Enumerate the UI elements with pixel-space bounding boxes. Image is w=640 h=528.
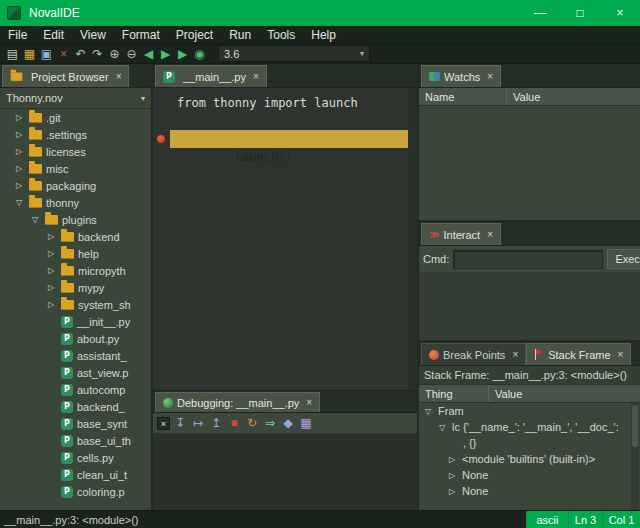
- expand-icon[interactable]: [16, 164, 29, 173]
- zoom-out-icon[interactable]: ⊖: [123, 47, 140, 61]
- tree-item[interactable]: about.py: [0, 330, 151, 347]
- tab-project-browser[interactable]: Project Browser ×: [2, 65, 129, 87]
- code-line-current[interactable]: launch(): [170, 130, 417, 148]
- expand-icon[interactable]: [48, 232, 61, 241]
- save-icon[interactable]: ▣: [38, 47, 55, 61]
- execute-button[interactable]: Execute: [607, 249, 640, 269]
- menu-view[interactable]: View: [72, 28, 114, 42]
- debug-icon[interactable]: ◉: [191, 47, 208, 61]
- open-file-icon[interactable]: ▦: [21, 47, 38, 61]
- code-line[interactable]: [153, 112, 417, 130]
- tree-item[interactable]: help: [0, 245, 151, 262]
- debug-console[interactable]: [153, 434, 417, 511]
- tree-item[interactable]: packaging: [0, 177, 151, 194]
- tree-item[interactable]: system_sh: [0, 296, 151, 313]
- close-icon[interactable]: ×: [253, 71, 259, 82]
- minimize-button[interactable]: —: [520, 0, 560, 26]
- close-icon[interactable]: ×: [306, 397, 312, 408]
- project-root-selector[interactable]: Thonny.nov: [0, 88, 151, 109]
- tree-item[interactable]: assistant_: [0, 347, 151, 364]
- breakpoints-list-icon[interactable]: ◆: [280, 416, 296, 430]
- menu-help[interactable]: Help: [303, 28, 344, 42]
- close-button[interactable]: ×: [600, 0, 640, 26]
- stack-row[interactable]: None: [419, 467, 640, 483]
- stack-row[interactable]: None: [419, 483, 640, 499]
- tree-item[interactable]: misc: [0, 160, 151, 177]
- tree-item[interactable]: thonny: [0, 194, 151, 211]
- stack-row[interactable]: lc {'__name_': '__main_', '__doc_':: [419, 419, 640, 435]
- tree-item[interactable]: .git: [0, 109, 151, 126]
- close-icon[interactable]: ×: [116, 71, 122, 82]
- nav-back-icon[interactable]: ◀: [140, 47, 157, 61]
- restart-icon[interactable]: ↻: [244, 416, 260, 430]
- maximize-button[interactable]: □: [560, 0, 600, 26]
- expand-icon[interactable]: [16, 113, 29, 122]
- undo-icon[interactable]: ↶: [72, 47, 89, 61]
- expand-icon[interactable]: [48, 266, 61, 275]
- tab-watchs[interactable]: Watchs ×: [421, 65, 501, 87]
- interact-output[interactable]: [419, 272, 640, 340]
- expand-icon[interactable]: [449, 487, 462, 496]
- step-over-icon[interactable]: ↦: [190, 416, 206, 430]
- column-name[interactable]: Name: [419, 88, 507, 105]
- tab-interact[interactable]: Interact ×: [421, 223, 501, 245]
- expand-icon[interactable]: [16, 130, 29, 139]
- tree-item[interactable]: licenses: [0, 143, 151, 160]
- menu-tools[interactable]: Tools: [259, 28, 303, 42]
- tree-item[interactable]: micropyth: [0, 262, 151, 279]
- menu-edit[interactable]: Edit: [35, 28, 72, 42]
- menu-format[interactable]: Format: [114, 28, 168, 42]
- breakpoint-icon[interactable]: [156, 134, 166, 144]
- code-editor[interactable]: from thonny import launch launch(): [153, 88, 417, 390]
- collapse-icon[interactable]: [439, 423, 452, 432]
- tree-item[interactable]: backend_: [0, 398, 151, 415]
- column-value[interactable]: Value: [507, 91, 540, 103]
- stack-row[interactable]: <module 'builtins' (built-in)>: [419, 451, 640, 467]
- tree-item[interactable]: base_synt: [0, 415, 151, 432]
- expand-icon[interactable]: [48, 283, 61, 292]
- close-icon[interactable]: ×: [487, 229, 493, 240]
- expand-icon[interactable]: [449, 455, 462, 464]
- step-out-icon[interactable]: ↥: [208, 416, 224, 430]
- tab-debugging[interactable]: Debugging: __main__.py ×: [155, 392, 320, 412]
- tree-item[interactable]: cells.py: [0, 449, 151, 466]
- redo-icon[interactable]: ↷: [89, 47, 106, 61]
- watchs-list[interactable]: [419, 106, 640, 220]
- tree-item[interactable]: backend: [0, 228, 151, 245]
- stack-row[interactable]: , {}: [419, 435, 640, 451]
- close-icon[interactable]: ×: [618, 349, 624, 360]
- tree-item[interactable]: clean_ui_t: [0, 466, 151, 483]
- scrollbar-thumb[interactable]: [632, 405, 638, 447]
- editor-scrollbar[interactable]: [408, 88, 417, 390]
- close-icon[interactable]: ×: [487, 71, 493, 82]
- expand-icon[interactable]: [449, 471, 462, 480]
- tree-item[interactable]: plugins: [0, 211, 151, 228]
- tree-item[interactable]: ast_view.p: [0, 364, 151, 381]
- cmd-input[interactable]: [453, 250, 603, 269]
- close-file-icon[interactable]: ×: [55, 47, 72, 61]
- tree-item[interactable]: coloring.p: [0, 483, 151, 500]
- zoom-in-icon[interactable]: ⊕: [106, 47, 123, 61]
- tree-item[interactable]: base_ui_th: [0, 432, 151, 449]
- tab-main-py[interactable]: __main__.py ×: [155, 65, 267, 87]
- column-thing[interactable]: Thing: [419, 385, 489, 402]
- interpreter-select[interactable]: 3.6: [218, 45, 370, 62]
- code-line[interactable]: from thonny import launch: [153, 94, 417, 112]
- step-into-icon[interactable]: ↧: [172, 416, 188, 430]
- tree-item[interactable]: mypy: [0, 279, 151, 296]
- column-value[interactable]: Value: [489, 388, 522, 400]
- stack-scrollbar[interactable]: [631, 403, 639, 510]
- menu-run[interactable]: Run: [221, 28, 259, 42]
- collapse-icon[interactable]: [425, 407, 438, 416]
- tree-item[interactable]: autocomp: [0, 381, 151, 398]
- close-console-icon[interactable]: ×: [157, 417, 170, 430]
- expand-icon[interactable]: [48, 300, 61, 309]
- collapse-icon[interactable]: [16, 198, 29, 207]
- tab-break-points[interactable]: Break Points ×: [421, 343, 526, 365]
- nav-forward-icon[interactable]: ▶: [157, 47, 174, 61]
- menu-file[interactable]: File: [0, 28, 35, 42]
- stack-row[interactable]: Fram: [419, 403, 640, 419]
- continue-icon[interactable]: ⇒: [262, 416, 278, 430]
- memory-view-icon[interactable]: ▦: [298, 416, 314, 430]
- run-icon[interactable]: ▶: [174, 47, 191, 61]
